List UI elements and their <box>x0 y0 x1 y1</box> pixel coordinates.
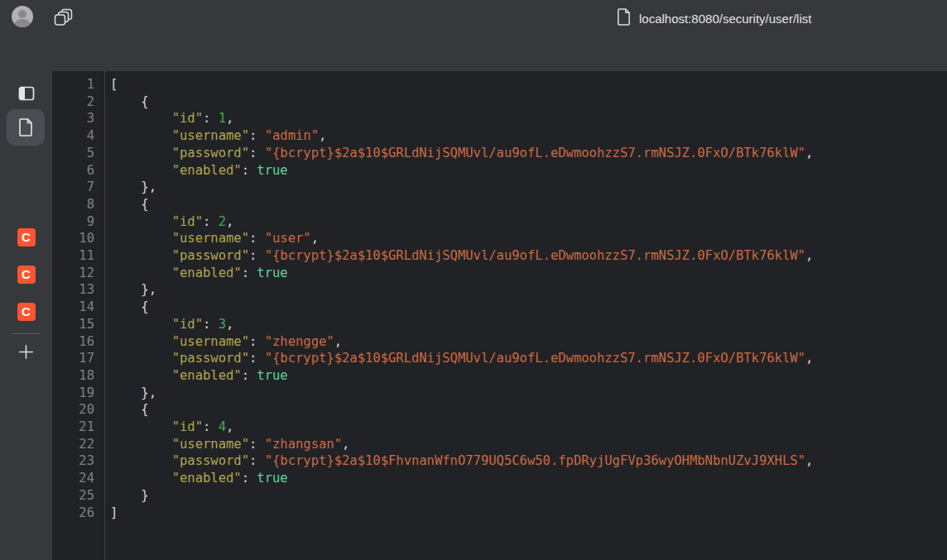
code-line: "password": "{bcrypt}$2a$10$GRLdNijSQMUv… <box>110 350 947 367</box>
line-number: 22 <box>52 436 94 453</box>
code-line: }, <box>110 385 947 402</box>
code-line: "id": 1, <box>110 110 947 127</box>
line-number: 26 <box>52 505 94 522</box>
code-line: "enabled": true <box>110 470 947 487</box>
line-number: 2 <box>52 93 94 111</box>
line-number: 12 <box>52 265 94 282</box>
code-line: }, <box>110 281 947 299</box>
code-line: [ <box>110 76 947 93</box>
line-number: 7 <box>52 179 94 196</box>
code-line: ] <box>110 505 947 522</box>
active-tab-title: localhost:8080/security/user/list <box>616 7 811 30</box>
new-tab-button[interactable] <box>0 342 52 362</box>
bing-icon <box>17 155 36 175</box>
line-number: 13 <box>52 281 94 299</box>
browser-nav-bar: localhost:8080/security/user/list <box>0 36 947 71</box>
page-document-icon <box>17 117 34 137</box>
tab-csdn-2[interactable]: C <box>0 266 52 284</box>
line-number: 18 <box>52 367 94 385</box>
json-code: [ { "id": 1, "username": "admin", "passw… <box>105 71 947 560</box>
code-line: "enabled": true <box>110 367 947 385</box>
code-line: { <box>110 299 947 316</box>
code-line: "username": "zhengge", <box>110 333 947 351</box>
line-number: 16 <box>52 333 94 351</box>
line-number: 25 <box>52 487 94 505</box>
page-content: 1234567891011121314151617181920212223242… <box>52 71 947 560</box>
profile-avatar[interactable] <box>12 6 33 27</box>
line-number: 3 <box>52 110 94 127</box>
vertical-tab-strip: C C C <box>0 71 52 560</box>
code-line: "enabled": true <box>110 162 947 179</box>
code-line: "password": "{bcrypt}$2a$10$FhvnanWfnO77… <box>110 452 947 470</box>
code-line: "id": 2, <box>110 213 947 231</box>
browser-title-bar: localhost:8080/security/user/list <box>0 0 947 36</box>
tab-csdn-1[interactable]: C <box>0 228 52 246</box>
line-number: 19 <box>52 385 94 402</box>
line-number: 8 <box>52 196 94 213</box>
line-number: 4 <box>52 127 94 145</box>
code-line: { <box>110 93 947 111</box>
page-document-icon <box>616 7 632 30</box>
avatar-head <box>18 10 26 18</box>
line-number: 11 <box>52 247 94 265</box>
line-number: 24 <box>52 470 94 487</box>
plus-icon <box>16 342 36 362</box>
line-number: 1 <box>52 76 94 93</box>
code-line: "id": 4, <box>110 419 947 436</box>
line-number: 10 <box>52 230 94 247</box>
line-number: 5 <box>52 145 94 162</box>
code-line: "username": "user", <box>110 230 947 247</box>
code-line: "enabled": true <box>110 265 947 282</box>
line-number: 23 <box>52 452 94 470</box>
tab-csdn-3[interactable]: C <box>0 303 52 321</box>
tab-localhost-active[interactable] <box>7 109 45 146</box>
line-number: 14 <box>52 299 94 316</box>
line-number-gutter: 1234567891011121314151617181920212223242… <box>52 71 105 560</box>
code-line: } <box>110 487 947 505</box>
workspaces-icon[interactable] <box>53 7 74 28</box>
code-line: "password": "{bcrypt}$2a$10$GRLdNijSQMUv… <box>110 145 947 162</box>
csdn-icon: C <box>17 303 36 321</box>
vertical-tabs-pane-icon[interactable] <box>0 84 52 103</box>
code-line: "username": "zhangsan", <box>110 436 947 453</box>
code-line: "username": "admin", <box>110 127 947 145</box>
line-number: 17 <box>52 350 94 367</box>
line-number: 9 <box>52 213 94 231</box>
avatar-shoulders <box>14 19 31 27</box>
bing-icon <box>17 190 36 210</box>
code-line: }, <box>110 179 947 196</box>
line-number: 6 <box>52 162 94 179</box>
tab-bing-2[interactable] <box>0 190 52 210</box>
csdn-icon: C <box>17 228 36 246</box>
code-line: "id": 3, <box>110 316 947 333</box>
line-number: 15 <box>52 316 94 333</box>
tab-strip-divider <box>12 333 40 334</box>
tab-bing-1[interactable] <box>0 155 52 175</box>
code-line: { <box>110 196 947 213</box>
line-number: 21 <box>52 419 94 436</box>
csdn-icon: C <box>17 266 36 284</box>
code-line: { <box>110 401 947 419</box>
tab-title-text: localhost:8080/security/user/list <box>639 12 811 26</box>
code-line: "password": "{bcrypt}$2a$10$GRLdNijSQMUv… <box>110 247 947 265</box>
line-number: 20 <box>52 401 94 419</box>
